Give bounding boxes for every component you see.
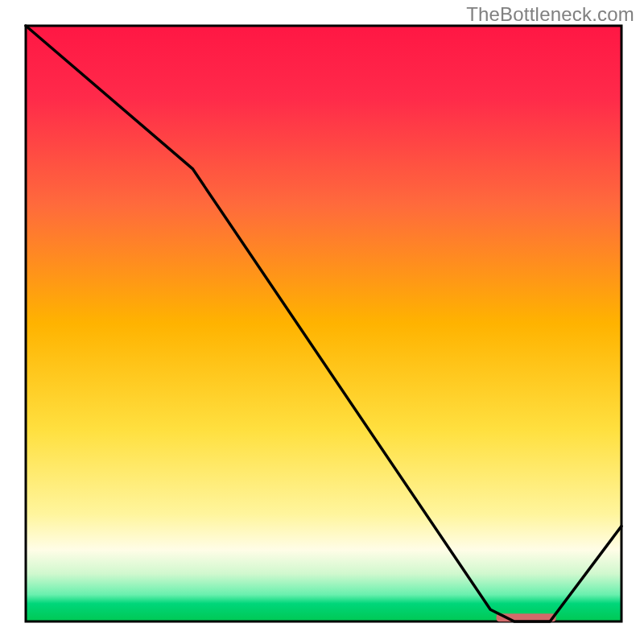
- bottleneck-chart: [0, 0, 644, 644]
- watermark-text: TheBottleneck.com: [466, 3, 634, 26]
- chart-container: TheBottleneck.com: [0, 0, 644, 644]
- plot-background: [26, 26, 621, 621]
